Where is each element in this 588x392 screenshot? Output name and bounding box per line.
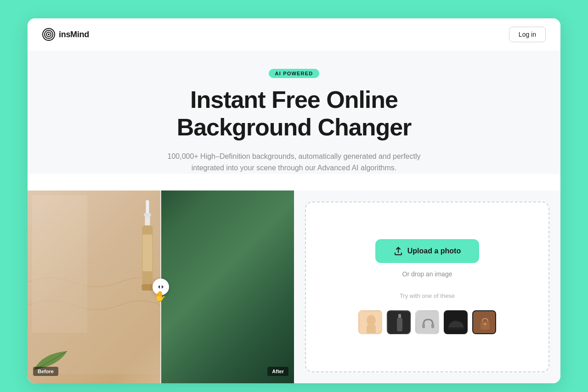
svg-point-17 [367,315,376,326]
svg-rect-12 [145,217,150,226]
svg-rect-28 [484,323,486,325]
content-area: ✋ Before After Upload a photo Or drop an… [28,190,560,383]
logo-icon [42,28,55,41]
hero-section: AI POWERED Instant Free Online Backgroun… [28,50,560,174]
app-window: insMind Log in AI POWERED Instant Free O… [28,18,560,383]
sample-images [358,310,496,334]
svg-rect-14 [143,235,153,271]
try-text: Try with one of these [400,292,455,299]
upload-photo-button[interactable]: Upload a photo [375,239,479,263]
hero-subtitle: 100,000+ High–Definition backgrounds, au… [165,151,423,174]
svg-rect-22 [416,311,439,334]
sample-thumb-bottle[interactable] [387,310,411,334]
svg-rect-23 [422,324,425,328]
before-after-container: ✋ Before After [28,190,294,383]
after-background [161,190,294,383]
header: insMind Log in [28,18,560,50]
svg-rect-15 [142,284,153,291]
logo-text: insMind [59,30,89,39]
svg-rect-21 [397,318,402,331]
upload-area: Upload a photo Or drop an image Try with… [294,190,560,383]
sample-thumb-bag[interactable] [472,310,496,334]
svg-point-3 [48,34,50,35]
hero-title: Instant Free Online Background Changer [42,86,546,141]
ai-badge: AI POWERED [269,69,320,78]
upload-box[interactable]: Upload a photo Or drop an image Try with… [305,202,549,372]
svg-rect-5 [32,195,87,333]
sample-thumb-headphones[interactable] [415,310,439,334]
before-label: Before [33,367,58,376]
after-panel [161,190,294,383]
sample-thumb-shoe[interactable] [444,310,468,334]
upload-icon [394,246,403,256]
svg-rect-10 [146,200,149,214]
sample-thumb-face[interactable] [358,310,382,334]
after-label: After [267,367,288,376]
before-after-inner: ✋ Before After [28,190,294,383]
svg-rect-27 [481,321,490,330]
divider-handle[interactable] [153,279,169,295]
svg-rect-24 [431,324,434,328]
svg-rect-11 [144,213,151,217]
login-button[interactable]: Log in [509,27,546,42]
logo-area: insMind [42,28,89,41]
drop-text: Or drop an image [402,270,452,278]
svg-rect-18 [367,325,376,334]
